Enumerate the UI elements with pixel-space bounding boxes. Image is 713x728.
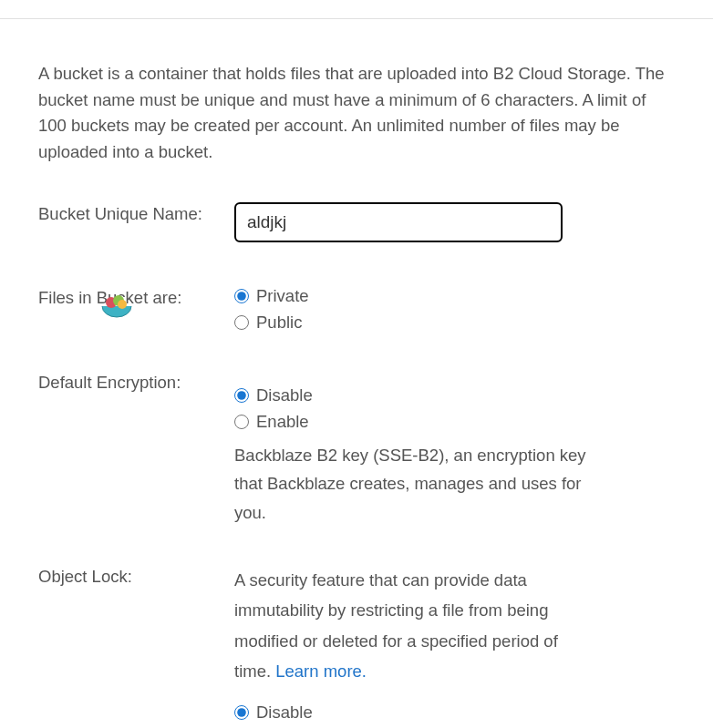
- bucket-name-label: Bucket Unique Name:: [38, 202, 234, 224]
- object-lock-description: A security feature that can provide data…: [234, 565, 581, 686]
- files-visibility-group: Private Public: [234, 286, 675, 333]
- files-public-label[interactable]: Public: [256, 313, 302, 333]
- bucket-name-content: [234, 202, 675, 242]
- bucket-name-input[interactable]: [234, 202, 563, 242]
- files-visibility-row: Files in Bucket are: Private Public: [38, 286, 675, 333]
- files-private-option[interactable]: Private: [234, 286, 675, 306]
- encryption-enable-option[interactable]: Enable: [234, 412, 675, 432]
- intro-text: A bucket is a container that holds files…: [38, 61, 675, 166]
- encryption-disable-radio[interactable]: [234, 388, 249, 403]
- form-container: A bucket is a container that holds files…: [0, 19, 713, 728]
- object-lock-row: Object Lock: A security feature that can…: [38, 565, 675, 728]
- object-lock-disable-option[interactable]: Disable: [234, 702, 675, 723]
- files-visibility-content: Private Public: [234, 286, 675, 333]
- files-private-label[interactable]: Private: [256, 286, 309, 306]
- encryption-group: Disable Enable: [234, 385, 675, 432]
- files-visibility-label: Files in Bucket are:: [38, 286, 234, 308]
- object-lock-label: Object Lock:: [38, 565, 234, 587]
- encryption-disable-option[interactable]: Disable: [234, 385, 675, 405]
- encryption-label: Default Encryption:: [38, 371, 234, 393]
- bucket-name-row: Bucket Unique Name:: [38, 202, 675, 242]
- learn-more-link[interactable]: Learn more.: [275, 661, 367, 681]
- files-visibility-label-text: Files in Bucket are:: [38, 288, 181, 307]
- encryption-disable-label[interactable]: Disable: [256, 385, 313, 405]
- object-lock-content: A security feature that can provide data…: [234, 565, 675, 728]
- encryption-row: Default Encryption: Disable Enable Backb…: [38, 371, 675, 527]
- encryption-help-text: Backblaze B2 key (SSE-B2), an encryption…: [234, 441, 608, 527]
- files-public-option[interactable]: Public: [234, 313, 675, 333]
- encryption-content: Disable Enable Backblaze B2 key (SSE-B2)…: [234, 371, 675, 527]
- object-lock-disable-radio[interactable]: [234, 705, 249, 720]
- encryption-enable-label[interactable]: Enable: [256, 412, 309, 432]
- files-public-radio[interactable]: [234, 315, 249, 330]
- files-private-radio[interactable]: [234, 289, 249, 303]
- object-lock-disable-label[interactable]: Disable: [256, 702, 313, 723]
- object-lock-group: Disable Enable: [234, 702, 675, 728]
- encryption-enable-radio[interactable]: [234, 415, 249, 429]
